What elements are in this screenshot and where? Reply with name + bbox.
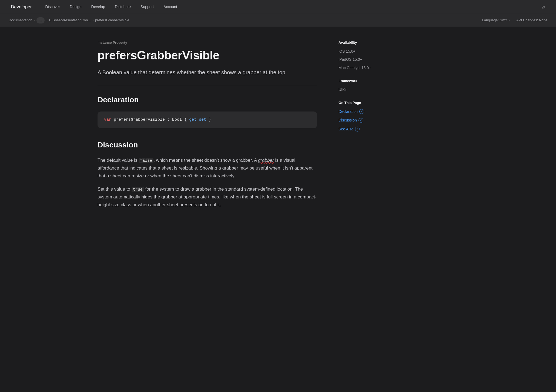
- language-selector[interactable]: Language: Swift ▾: [482, 18, 510, 23]
- search-icon[interactable]: ⌕: [540, 3, 547, 11]
- api-changes-value: None: [539, 18, 547, 22]
- link-label: Declaration: [339, 109, 358, 114]
- code-colon: :: [167, 117, 172, 122]
- framework-value: UIKit: [339, 87, 400, 93]
- nav-links: Discover Design Develop Distribute Suppo…: [41, 0, 540, 14]
- api-changes: API Changes: None: [516, 18, 547, 23]
- discussion-grabber-italic: grabber: [258, 158, 274, 163]
- nav-discover[interactable]: Discover: [41, 0, 65, 14]
- top-nav: Developer Discover Design Develop Distri…: [0, 0, 556, 14]
- link-label: See Also: [339, 126, 353, 132]
- breadcrumb-meta: Language: Swift ▾ API Changes: None: [482, 18, 547, 23]
- discussion-title: Discussion: [98, 139, 317, 151]
- breadcrumb-current: prefersGrabberVisible: [95, 18, 129, 23]
- breadcrumb-class[interactable]: UISheetPresentationCon...: [49, 18, 91, 23]
- page-title: prefersGrabberVisible: [98, 49, 317, 62]
- availability-catalyst: Mac Catalyst 15.0+: [339, 65, 400, 71]
- sidebar: Availability iOS 15.0+ iPadOS 15.0+ Mac …: [330, 27, 400, 227]
- api-changes-label: API Changes:: [516, 18, 538, 22]
- framework-section: Framework UIKit: [339, 78, 400, 93]
- code-brace-close: }: [209, 117, 211, 122]
- on-this-page-declaration[interactable]: Declaration ✓: [339, 109, 400, 114]
- discussion-p2-before: Set this value to: [98, 187, 132, 192]
- discussion-paragraph-1: The default value is false, which means …: [98, 157, 317, 180]
- discussion-code-false: false: [139, 158, 153, 163]
- instance-property-label: Instance Property: [98, 40, 317, 46]
- nav-logo-text: Developer: [11, 3, 32, 11]
- declaration-code-block: var prefersGrabberVisible : Bool { get s…: [98, 111, 317, 129]
- main-content: Instance Property prefersGrabberVisible …: [98, 27, 330, 227]
- chevron-down-icon: ▾: [508, 18, 510, 22]
- code-brace-open: {: [184, 117, 189, 122]
- breadcrumb-sep-1: ›: [34, 18, 35, 23]
- breadcrumb: Documentation › ... › UISheetPresentatio…: [9, 17, 129, 23]
- code-type: Bool: [172, 117, 182, 122]
- code-get: get: [189, 117, 196, 122]
- page-description: A Boolean value that determines whether …: [98, 68, 317, 76]
- on-this-page-title: On This Page: [339, 100, 400, 106]
- breadcrumb-ellipsis[interactable]: ...: [36, 17, 45, 23]
- availability-section: Availability iOS 15.0+ iPadOS 15.0+ Mac …: [339, 40, 400, 71]
- section-divider: [98, 85, 317, 85]
- breadcrumb-sep-3: ›: [92, 18, 93, 23]
- code-identifier: prefersGrabberVisible: [114, 117, 165, 122]
- breadcrumb-documentation[interactable]: Documentation: [9, 18, 32, 23]
- check-circle-icon: ✓: [355, 127, 360, 131]
- discussion-code-true: true: [132, 187, 144, 192]
- page-container: Instance Property prefersGrabberVisible …: [89, 27, 467, 227]
- discussion-paragraph-2: Set this value to true for the system to…: [98, 185, 317, 209]
- framework-title: Framework: [339, 78, 400, 84]
- nav-distribute[interactable]: Distribute: [110, 0, 136, 14]
- declaration-title: Declaration: [98, 94, 317, 106]
- check-circle-icon: ✓: [359, 109, 364, 114]
- discussion-p1-before: The default value is: [98, 158, 139, 163]
- nav-logo[interactable]: Developer: [9, 3, 32, 11]
- nav-develop[interactable]: Develop: [86, 0, 110, 14]
- check-circle-icon: ✓: [359, 118, 363, 123]
- language-value: Swift: [500, 18, 507, 23]
- availability-ios: iOS 15.0+: [339, 48, 400, 54]
- nav-design[interactable]: Design: [65, 0, 86, 14]
- discussion-p1-middle: , which means the sheet doesn't show a g…: [153, 158, 258, 163]
- language-label: Language:: [482, 18, 498, 23]
- code-var-keyword: var: [104, 117, 111, 122]
- link-label: Discussion: [339, 117, 357, 123]
- availability-ipados: iPadOS 15.0+: [339, 56, 400, 62]
- on-this-page-discussion[interactable]: Discussion ✓: [339, 117, 400, 123]
- nav-support[interactable]: Support: [136, 0, 159, 14]
- nav-account[interactable]: Account: [159, 0, 182, 14]
- availability-title: Availability: [339, 40, 400, 46]
- on-this-page-see-also[interactable]: See Also ✓: [339, 126, 400, 132]
- on-this-page-section: On This Page Declaration ✓ Discussion ✓ …: [339, 100, 400, 132]
- breadcrumb-sep-2: ›: [46, 18, 47, 23]
- code-set: set: [199, 117, 206, 122]
- breadcrumb-bar: Documentation › ... › UISheetPresentatio…: [0, 14, 556, 27]
